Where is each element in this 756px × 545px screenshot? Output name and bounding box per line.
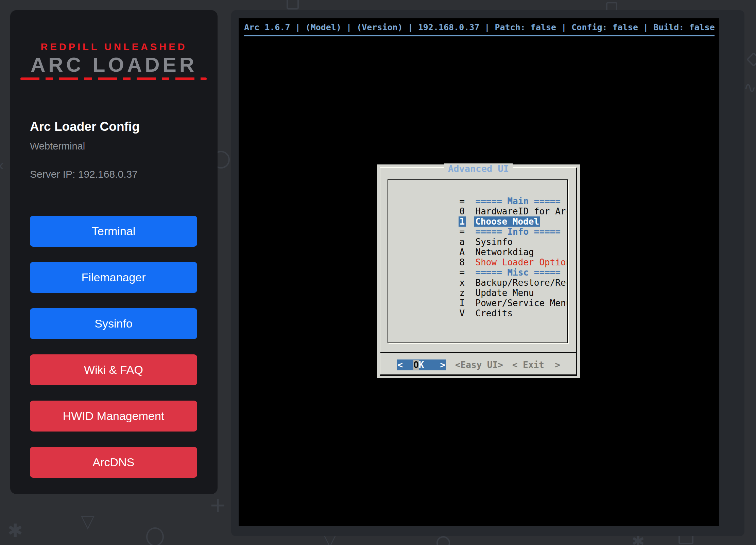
menu-item-key: 1 — [459, 216, 466, 227]
sidebar: REDPILL UNLEASHED ARC LOADER Arc Loader … — [10, 10, 218, 494]
menu-item-key: I — [460, 298, 465, 308]
sidebar-button[interactable]: HWID Management — [30, 401, 197, 432]
menu-item-key: = — [460, 227, 465, 237]
ok-pad — [424, 360, 440, 370]
menu-item-label: Sysinfo — [476, 237, 513, 247]
sidebar-button-group: Terminal Filemanager Sysinfo Wiki & FAQ … — [30, 216, 197, 478]
ok-bracket-left: < — [397, 360, 403, 370]
menu-item[interactable]: ====== Main ===== — [388, 186, 567, 196]
sidebar-button[interactable]: ArcDNS — [30, 447, 197, 478]
menu-item-label: HardwareID for Arc Patch — [476, 206, 568, 216]
menu-item-key: z — [460, 288, 465, 298]
sidebar-button[interactable]: Sysinfo — [30, 308, 197, 339]
menu-item-key: a — [460, 237, 465, 247]
page: « ✱ ▽ + ∿ ▽ ✱ REDPILL UNLEASHED ARC LOAD… — [0, 0, 756, 545]
bg-circle-icon — [146, 527, 164, 545]
logo-redpill-text: REDPILL UNLEASHED — [10, 41, 218, 53]
menu-item-key: 8 — [460, 257, 465, 267]
exit-button[interactable]: < Exit > — [512, 359, 560, 370]
page-subtitle: Webterminal — [30, 141, 85, 152]
bg-star-icon: ✱ — [7, 521, 23, 540]
bg-diamond-icon — [746, 52, 756, 67]
sidebar-button[interactable]: Filemanager — [30, 262, 197, 293]
menu-item-label: ===== Main ===== — [476, 196, 561, 206]
bg-squiggle-icon: ∿ — [744, 80, 756, 95]
menu-item-label: Choose Model — [474, 216, 540, 227]
terminal-statusbar-rule — [244, 35, 715, 36]
advanced-ui-dialog: Advanced UI ====== Main ===== 0HardwareI… — [377, 164, 580, 378]
sidebar-button[interactable]: Terminal — [30, 216, 197, 247]
menu-item-key: 0 — [460, 206, 465, 216]
menu-item-key: A — [460, 247, 465, 257]
ok-button[interactable]: < OK > — [397, 359, 446, 370]
server-ip-label: Server IP: 192.168.0.37 — [30, 169, 138, 180]
cursor-block: O — [413, 360, 419, 370]
menu-item-key: V — [460, 308, 465, 318]
menu-item-key: = — [460, 196, 465, 206]
menu-item-label: Networkdiag — [476, 247, 534, 257]
logo-arc-loader-text: ARC LOADER — [10, 53, 218, 76]
page-title: Arc Loader Config — [30, 120, 140, 134]
terminal-statusbar: Arc 1.6.7 | (Model) | (Version) | 192.16… — [244, 22, 715, 32]
bg-chevrons-icon: « — [0, 157, 4, 173]
easy-ui-button[interactable]: <Easy UI> — [455, 359, 503, 370]
dialog-button-row: < OK > <Easy UI> < Exit > — [377, 359, 580, 370]
bg-cross-icon: + — [210, 492, 226, 518]
logo-dashed-rule — [20, 77, 207, 80]
menu-item-label: ===== Misc ===== — [476, 267, 561, 278]
dialog-separator — [380, 352, 576, 353]
ok-label-rest: K — [419, 360, 424, 370]
dialog-menu-list: ====== Main ===== 0HardwareID for Arc Pa… — [388, 179, 568, 343]
ok-pad — [403, 360, 413, 370]
menu-item-key: = — [460, 267, 465, 278]
menu-item-key: x — [460, 278, 465, 288]
menu-item-label: Show Loader Options — [476, 257, 568, 267]
menu-item-label: Credits — [476, 308, 513, 318]
bg-square-icon — [287, 0, 299, 10]
bg-triangle-icon: ▽ — [81, 512, 94, 530]
menu-item-label: ===== Info ===== — [476, 227, 561, 237]
menu-item-label: Power/Service Menu — [476, 298, 568, 308]
ok-bracket-right: > — [440, 360, 445, 370]
sidebar-button[interactable]: Wiki & FAQ — [30, 354, 197, 385]
dialog-title: Advanced UI — [444, 163, 513, 174]
menu-item-label: Backup/Restore/Recovery — [476, 278, 568, 288]
menu-item-label: Update Menu — [476, 288, 534, 298]
bg-circle-icon — [436, 536, 450, 545]
